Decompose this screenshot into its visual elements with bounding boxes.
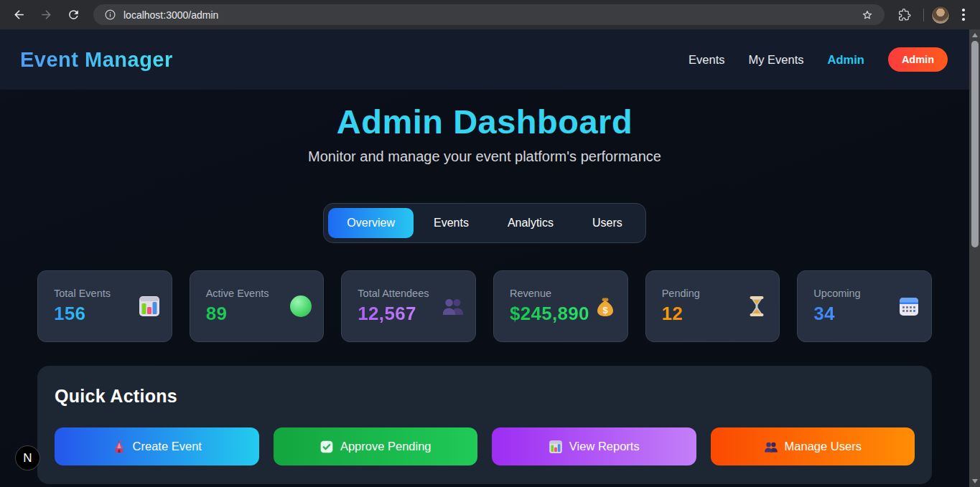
browser-toolbar: localhost:3000/admin: [0, 0, 980, 29]
admin-role-button[interactable]: Admin: [888, 47, 948, 72]
stat-card-upcoming: Upcoming 34: [797, 270, 932, 342]
svg-text:$: $: [602, 305, 608, 316]
page-viewport: Event Manager Events My Events Admin Adm…: [0, 29, 969, 487]
approve-pending-button[interactable]: Approve Pending: [274, 427, 478, 465]
stat-card-pending: Pending 12: [645, 270, 780, 342]
tab-analytics[interactable]: Analytics: [489, 208, 572, 238]
calendar-icon: [897, 295, 920, 318]
green-circle-icon: [289, 295, 312, 318]
nextjs-dev-badge[interactable]: N: [15, 445, 40, 471]
stat-card-total-attendees: Total Attendees 12,567: [341, 270, 476, 342]
scrollbar-down-icon[interactable]: [972, 479, 978, 483]
menu-kebab-icon[interactable]: [954, 4, 973, 27]
button-label: Create Event: [133, 440, 202, 453]
stat-card-total-events: Total Events 156: [37, 270, 172, 342]
stat-value: 156: [54, 303, 111, 325]
page-scrollbar[interactable]: [969, 29, 980, 487]
main-nav: Events My Events Admin Admin: [689, 47, 948, 72]
tent-icon: [112, 440, 126, 454]
dashboard-tabs: Overview Events Analytics Users: [323, 203, 645, 243]
scrollbar-thumb[interactable]: [971, 41, 979, 247]
forward-icon[interactable]: [34, 4, 57, 27]
stat-card-active-events: Active Events 89: [190, 270, 325, 342]
stat-label: Active Events: [206, 288, 269, 299]
nav-admin[interactable]: Admin: [828, 53, 864, 67]
hero-section: Admin Dashboard Monitor and manage your …: [0, 102, 969, 165]
stat-value: 12: [662, 303, 700, 325]
people-icon: [442, 295, 465, 318]
stat-label: Total Attendees: [358, 288, 429, 299]
button-label: Manage Users: [785, 440, 862, 453]
extensions-icon[interactable]: [893, 4, 916, 27]
quick-actions-title: Quick Actions: [55, 386, 915, 407]
money-bag-icon: $: [594, 295, 617, 318]
tab-events[interactable]: Events: [415, 208, 487, 238]
back-icon[interactable]: [7, 4, 30, 27]
bookmark-star-icon[interactable]: [857, 5, 877, 25]
tab-overview[interactable]: Overview: [328, 208, 414, 238]
nav-events[interactable]: Events: [689, 53, 724, 67]
stat-label: Revenue: [510, 288, 589, 299]
refresh-icon[interactable]: [62, 4, 85, 27]
nav-my-events[interactable]: My Events: [749, 53, 804, 67]
stat-value: $245,890: [510, 303, 589, 325]
manage-users-button[interactable]: Manage Users: [711, 427, 915, 465]
brand-logo[interactable]: Event Manager: [20, 48, 173, 72]
users-icon: [764, 440, 778, 454]
view-reports-button[interactable]: View Reports: [492, 427, 696, 465]
tab-users[interactable]: Users: [574, 208, 641, 238]
bar-chart-icon: [138, 295, 161, 318]
bar-chart-icon: [549, 440, 563, 454]
stat-value: 34: [813, 303, 860, 325]
stat-value: 89: [206, 303, 269, 325]
button-label: View Reports: [569, 440, 640, 453]
quick-actions-panel: Quick Actions Create Event Approve Pendi…: [37, 366, 932, 484]
quick-actions-buttons: Create Event Approve Pending View Report…: [55, 427, 915, 465]
site-info-icon[interactable]: [101, 6, 119, 24]
stat-value: 12,567: [358, 303, 429, 325]
scrollbar-up-icon[interactable]: [972, 33, 978, 37]
create-event-button[interactable]: Create Event: [55, 427, 259, 465]
site-header: Event Manager Events My Events Admin Adm…: [0, 29, 969, 90]
button-label: Approve Pending: [340, 440, 431, 453]
hourglass-icon: [745, 295, 768, 318]
page-subtitle: Monitor and manage your event platform's…: [0, 148, 969, 165]
check-icon: [319, 440, 334, 454]
stat-label: Upcoming: [813, 288, 860, 299]
stat-card-revenue: Revenue $245,890 $: [493, 270, 628, 342]
address-bar[interactable]: localhost:3000/admin: [93, 4, 885, 25]
page-title: Admin Dashboard: [0, 102, 969, 141]
url-text[interactable]: localhost:3000/admin: [123, 9, 857, 21]
stats-row: Total Events 156 Active Events 89 Total …: [37, 270, 932, 342]
stat-label: Total Events: [54, 288, 111, 299]
profile-avatar[interactable]: [931, 6, 950, 24]
toolbar-separator: [923, 9, 924, 22]
stat-label: Pending: [662, 288, 700, 299]
